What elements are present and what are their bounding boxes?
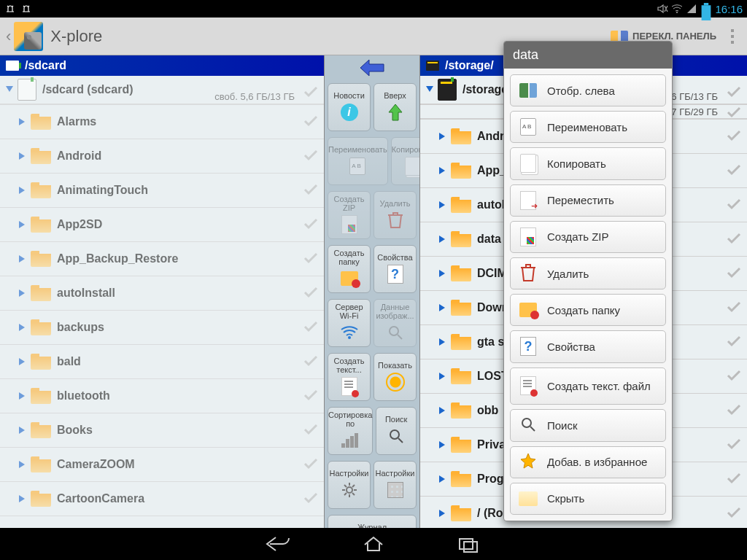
expand-arrow-icon[interactable] (18, 322, 28, 332)
check-icon[interactable] (727, 106, 741, 118)
tool-settings[interactable]: Настройки (328, 461, 371, 509)
clock: 16:16 (715, 3, 743, 15)
folder-item[interactable]: autoInstall (0, 276, 324, 311)
file-root[interactable]: /sdcard (sdcard) своб. 5,6 ГБ/13 ГБ (0, 76, 324, 105)
tool-settings2[interactable]: Настройки (374, 461, 417, 509)
expand-arrow-icon[interactable] (438, 303, 448, 313)
tool-show[interactable]: Показать (374, 353, 417, 401)
check-icon[interactable] (727, 335, 741, 347)
check-icon[interactable] (727, 507, 741, 518)
check-icon[interactable] (303, 252, 318, 264)
tool-imgdata: Данные изображ... (374, 299, 417, 347)
expand-arrow-icon[interactable] (438, 234, 448, 244)
expand-arrow-icon[interactable] (438, 200, 448, 210)
check-icon[interactable] (727, 198, 741, 210)
check-icon[interactable] (727, 472, 741, 484)
direction-arrow-icon[interactable] (325, 55, 419, 80)
context-menu-item[interactable]: Скрыть (510, 483, 666, 515)
folder-item[interactable]: Books (0, 413, 324, 448)
tool-news[interactable]: Новостиi (328, 83, 371, 131)
expand-arrow-icon[interactable] (438, 371, 448, 381)
tool-log[interactable]: Журнал (328, 515, 417, 528)
check-icon[interactable] (727, 233, 741, 244)
folder-item[interactable]: Android (0, 139, 324, 174)
collapse-arrow-icon[interactable] (425, 85, 435, 95)
tool-up[interactable]: Вверх (374, 83, 417, 131)
back-chevron-icon[interactable]: ‹ (6, 27, 11, 46)
context-menu-item[interactable]: Переименовать (510, 111, 666, 143)
check-icon[interactable] (727, 130, 741, 141)
expand-arrow-icon[interactable] (438, 166, 448, 176)
check-icon[interactable] (303, 184, 318, 195)
folder-item[interactable]: CartoonCamera (0, 482, 324, 516)
context-menu-item[interactable]: Добав. в избранное (510, 446, 666, 478)
expand-arrow-icon[interactable] (438, 474, 448, 484)
check-icon[interactable] (303, 149, 318, 161)
folder-item[interactable]: App_Backup_Restore (0, 242, 324, 276)
check-icon[interactable] (303, 492, 318, 504)
check-icon[interactable] (303, 218, 318, 230)
folder-item[interactable]: Alarms (0, 105, 324, 139)
folder-item[interactable]: backups (0, 311, 324, 345)
context-menu-item[interactable]: Отобр. слева (510, 74, 666, 106)
expand-arrow-icon[interactable] (18, 117, 28, 127)
tool-new-text[interactable]: Создать текст... (328, 353, 371, 401)
left-pane[interactable]: /sdcard /sdcard (sdcard) своб. 5,6 ГБ/13… (0, 55, 324, 528)
tool-search[interactable]: Поиск (376, 407, 417, 455)
check-icon[interactable] (303, 86, 318, 98)
folder-item[interactable]: App2SD (0, 208, 324, 242)
expand-arrow-icon[interactable] (18, 151, 28, 161)
check-icon[interactable] (303, 458, 318, 470)
expand-arrow-icon[interactable] (438, 508, 448, 518)
folder-item[interactable]: bald (0, 345, 324, 379)
tool-sort[interactable]: Сортировка по (328, 407, 373, 455)
tool-props[interactable]: Свойства? (374, 245, 417, 293)
context-menu-item[interactable]: Создать папку (510, 294, 666, 326)
expand-arrow-icon[interactable] (18, 459, 28, 470)
check-icon[interactable] (727, 404, 741, 416)
nav-home-button[interactable] (359, 533, 388, 555)
nav-back-button[interactable] (264, 533, 293, 555)
overflow-menu-button[interactable] (724, 25, 741, 48)
check-icon[interactable] (303, 389, 318, 401)
app-icon[interactable] (14, 22, 43, 51)
context-menu-item[interactable]: Поиск (510, 409, 666, 441)
tool-new-folder[interactable]: Создать папку (328, 245, 371, 293)
expand-arrow-icon[interactable] (438, 337, 448, 347)
expand-arrow-icon[interactable] (18, 254, 28, 264)
check-icon[interactable] (727, 301, 741, 313)
expand-arrow-icon[interactable] (18, 357, 28, 367)
expand-arrow-icon[interactable] (18, 185, 28, 195)
check-icon[interactable] (303, 321, 318, 332)
check-icon[interactable] (303, 424, 318, 435)
folder-item[interactable]: AnimatingTouch (0, 174, 324, 208)
check-icon[interactable] (303, 355, 318, 367)
context-menu-item[interactable]: Создать ZIP (510, 221, 666, 253)
expand-arrow-icon[interactable] (18, 425, 28, 435)
check-icon[interactable] (727, 86, 741, 98)
expand-arrow-icon[interactable] (438, 405, 448, 416)
context-menu-item[interactable]: ? Свойства (510, 330, 666, 362)
folder-item[interactable]: bluetooth (0, 379, 324, 413)
context-menu-item[interactable]: Переместить (510, 184, 666, 217)
context-menu-item[interactable]: Создать текст. файл (510, 368, 666, 405)
expand-arrow-icon[interactable] (18, 494, 28, 504)
context-menu-item[interactable]: Удалить (510, 257, 666, 289)
collapse-arrow-icon[interactable] (4, 85, 15, 95)
expand-arrow-icon[interactable] (438, 131, 448, 141)
check-icon[interactable] (727, 370, 741, 381)
folder-item[interactable]: CameraZOOM (0, 448, 324, 482)
nav-recent-button[interactable] (454, 533, 483, 555)
expand-arrow-icon[interactable] (438, 440, 448, 450)
expand-arrow-icon[interactable] (438, 268, 448, 279)
check-icon[interactable] (727, 438, 741, 450)
context-menu-item[interactable]: Копировать (510, 147, 666, 179)
check-icon[interactable] (727, 267, 741, 279)
expand-arrow-icon[interactable] (18, 219, 28, 230)
check-icon[interactable] (303, 115, 318, 127)
expand-arrow-icon[interactable] (18, 391, 28, 401)
tool-wifi[interactable]: Сервер Wi-Fi (328, 299, 371, 347)
check-icon[interactable] (303, 287, 318, 298)
check-icon[interactable] (727, 164, 741, 176)
expand-arrow-icon[interactable] (18, 288, 28, 298)
